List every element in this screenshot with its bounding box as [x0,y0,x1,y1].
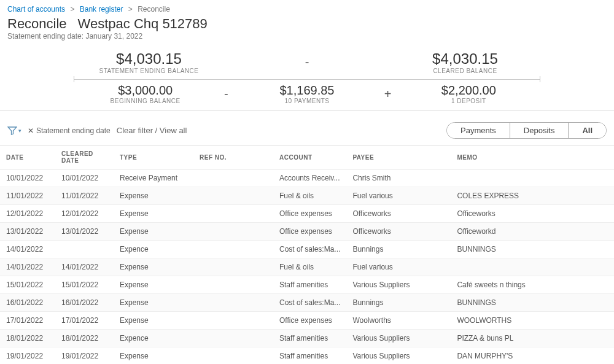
breadcrumb-chart[interactable]: Chart of accounts [7,5,65,14]
cell-type: Receive Payment [114,169,193,187]
cell-ref [193,205,273,223]
cell-memo: PIZZA & buns PL [451,330,614,347]
cell-ref [193,258,273,276]
cell-memo [451,169,614,187]
minus-operator: - [298,55,316,69]
cell-cleared: 16/01/2022 [55,294,114,312]
cell-date: 18/01/2022 [0,330,55,347]
breadcrumb-sep: > [70,5,74,14]
col-ref[interactable]: REF NO. [193,145,273,169]
table-row[interactable]: 14/01/202214/01/2022ExpenseFuel & oilsFu… [0,258,614,276]
cell-cleared: 13/01/2022 [55,223,114,241]
deposits-label: 1 DEPOSIT [397,98,540,104]
tab-deposits[interactable]: Deposits [510,123,569,138]
cell-ref [193,187,273,205]
balances-top: $4,030.15 STATEMENT ENDING BALANCE - $4,… [0,48,614,79]
table-row[interactable]: 10/01/202210/01/2022Receive PaymentAccou… [0,169,614,187]
cell-ref [193,312,273,330]
cell-type: Expense [114,205,193,223]
cell-ref [193,276,273,294]
cell-type: Expense [114,294,193,312]
table-row[interactable]: 15/01/202215/01/2022ExpenseStaff ameniti… [0,276,614,294]
cell-account: Accounts Receiv... [273,169,346,187]
cell-ref [193,330,273,347]
cell-type: Expense [114,312,193,330]
cell-memo: BUNNINGS [451,241,614,258]
cell-date: 16/01/2022 [0,294,55,312]
cell-account: Staff amenities [273,347,346,365]
cell-cleared: 15/01/2022 [55,276,114,294]
cell-cleared: 19/01/2022 [55,347,114,365]
cell-date: 13/01/2022 [0,223,55,241]
tab-all[interactable]: All [569,123,606,138]
statement-ending-label: STATEMENT ENDING BALANCE [0,68,298,74]
cleared-balance: $4,030.15 CLEARED BALANCE [316,50,614,74]
col-type[interactable]: TYPE [114,145,193,169]
deposits-total: $2,200.00 1 DEPOSIT [397,83,540,104]
cell-cleared: 12/01/2022 [55,205,114,223]
table-row[interactable]: 19/01/202219/01/2022ExpenseStaff ameniti… [0,347,614,365]
col-account[interactable]: ACCOUNT [273,145,346,169]
cell-payee: Chris Smith [346,169,451,187]
cell-date: 10/01/2022 [0,169,55,187]
cell-memo: BUNNINGS [451,294,614,312]
breadcrumb: Chart of accounts > Bank register > Reco… [0,0,614,15]
cell-cleared: 11/01/2022 [55,187,114,205]
table-row[interactable]: 14/01/2022ExpenceCost of sales:Ma...Bunn… [0,241,614,258]
breadcrumb-current: Reconcile [138,5,170,14]
cell-ref [193,347,273,365]
cell-payee: Bunnings [346,241,451,258]
deposits-amount: $2,200.00 [397,83,540,98]
filter-chip-label: Statement ending date [36,126,111,135]
beginning-balance: $3,000.00 BEGINNING BALANCE [74,83,217,104]
cell-type: Expense [114,276,193,294]
col-memo[interactable]: MEMO [451,145,614,169]
plus-operator: + [379,87,397,101]
filter-chip[interactable]: ✕ Statement ending date [28,126,111,135]
table-row[interactable]: 13/01/202213/01/2022ExpenseOffice expens… [0,223,614,241]
col-payee[interactable]: PAYEE [346,145,451,169]
transactions-table: DATE CLEARED DATE TYPE REF NO. ACCOUNT P… [0,145,614,364]
cell-payee: Officeworks [346,205,451,223]
filter-row: ▾ ✕ Statement ending date Clear filter /… [0,111,614,145]
beginning-label: BEGINNING BALANCE [74,98,217,104]
col-cleared[interactable]: CLEARED DATE [55,145,114,169]
statement-ending-balance: $4,030.15 STATEMENT ENDING BALANCE [0,50,298,74]
cell-account: Office expenses [273,223,346,241]
cell-date: 14/01/2022 [0,241,55,258]
cell-cleared: 10/01/2022 [55,169,114,187]
cell-ref [193,294,273,312]
segmented-control: Payments Deposits All [446,122,607,139]
cell-ref [193,169,273,187]
cell-payee: Woolworths [346,312,451,330]
filter-icon[interactable]: ▾ [7,126,21,135]
cell-date: 19/01/2022 [0,347,55,365]
cell-cleared: 18/01/2022 [55,330,114,347]
table-row[interactable]: 16/01/202216/01/2022ExpenseCost of sales… [0,294,614,312]
cell-account: Fuel & oils [273,258,346,276]
cell-memo: Café sweets n things [451,276,614,294]
cell-account: Cost of sales:Ma... [273,294,346,312]
statement-date-label: Statement ending date: January 31, 2022 [0,32,614,48]
statement-ending-amount: $4,030.15 [0,50,298,68]
tab-payments[interactable]: Payments [447,123,510,138]
cell-date: 17/01/2022 [0,312,55,330]
cell-memo [451,258,614,276]
clear-filter-link[interactable]: Clear filter / View all [117,126,187,135]
table-row[interactable]: 18/01/202218/01/2022ExpenceStaff ameniti… [0,330,614,347]
breadcrumb-register[interactable]: Bank register [80,5,123,14]
cell-memo: WOOLWORTHS [451,312,614,330]
table-row[interactable]: 11/01/202211/01/2022ExpenseFuel & oilsFu… [0,187,614,205]
table-row[interactable]: 12/01/202212/01/2022ExpenseOffice expens… [0,205,614,223]
table-row[interactable]: 17/01/202217/01/2022ExpenseOffice expens… [0,312,614,330]
cell-memo: Officeworkd [451,223,614,241]
col-date[interactable]: DATE [0,145,55,169]
cell-date: 11/01/2022 [0,187,55,205]
cleared-amount: $4,030.15 [316,50,614,68]
close-icon[interactable]: ✕ [28,126,34,135]
page-title: Reconcile [7,16,67,32]
cell-account: Fuel & oils [273,187,346,205]
cell-payee: Officeworks [346,223,451,241]
page-title-row: Reconcile Westpac Chq 512789 [0,15,614,32]
cell-payee: Fuel various [346,187,451,205]
